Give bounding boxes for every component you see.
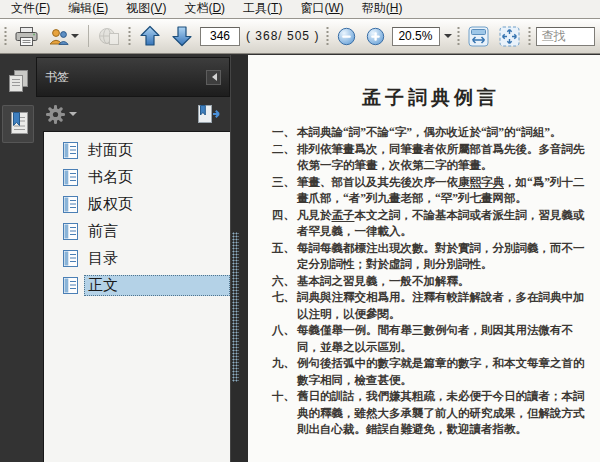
bookmark-page-icon bbox=[63, 250, 78, 267]
menu-item[interactable]: 工具(T) bbox=[234, 0, 291, 20]
bookmark-icon bbox=[7, 111, 30, 137]
item-text: 例句後括弧中的數字就是篇章的數字，和本文每章之首的數字相同，檢查甚便。 bbox=[297, 355, 590, 388]
chevron-down-icon bbox=[71, 34, 79, 42]
main-area: 书签 bbox=[0, 55, 600, 462]
zoom-level-field[interactable] bbox=[392, 27, 440, 46]
item-text: 詞典與注釋交相爲用。注釋有較詳解說者，多在詞典中加以注明，以便參閱。 bbox=[297, 289, 590, 322]
document-page: 孟子詞典例言 一、 本詞典論“詞”不論“字”，偶亦收近於“詞”的“詞組”。 二、… bbox=[248, 55, 600, 462]
bookmark-page-icon bbox=[63, 196, 78, 213]
zoom-in-button[interactable] bbox=[363, 23, 388, 50]
page-number-field[interactable] bbox=[200, 27, 240, 46]
document-body: 一、 本詞典論“詞”不論“字”，偶亦收近於“詞”的“詞組”。 二、 排列依筆畫爲… bbox=[272, 124, 590, 438]
menu-item[interactable]: 文档(D) bbox=[175, 0, 234, 20]
page-number-input[interactable] bbox=[201, 28, 239, 45]
find-field[interactable] bbox=[536, 27, 595, 46]
item-number: 四、 bbox=[272, 207, 297, 240]
bookmarks-panel-button[interactable] bbox=[2, 105, 34, 143]
pages-panel-button[interactable] bbox=[2, 62, 34, 100]
item-text: 舊日的訓詁，我們嫌其粗疏，未必便于今日的讀者；本詞典的釋義，雖然大多承襲了前人的… bbox=[297, 388, 590, 438]
chevron-down-icon bbox=[69, 112, 77, 120]
plus-circle-icon bbox=[366, 27, 385, 46]
toolbar-grip[interactable] bbox=[527, 25, 532, 47]
panel-title: 书签 bbox=[45, 69, 69, 86]
document-scrollbar-thumb[interactable] bbox=[232, 232, 239, 382]
zoom-dropdown-caret-icon[interactable] bbox=[444, 34, 452, 42]
collapse-arrow-icon bbox=[208, 73, 217, 81]
bookmark-list: 封面页 书名页 bbox=[43, 131, 230, 462]
item-text: 基本詞之習見義，一般不加解釋。 bbox=[297, 273, 590, 290]
share-document-button bbox=[95, 23, 123, 50]
pdf-reader-window: 文件(F)编辑(E)视图(V)文档(D)工具(T)窗口(W)帮助(H) bbox=[0, 0, 600, 462]
document-list-item: 三、 筆畫、部首以及其先後次序一依康熙字典，如“爲”列十二畫爪部，“者”列九畫老… bbox=[272, 174, 590, 207]
item-number: 八、 bbox=[272, 322, 297, 355]
bookmark-item[interactable]: 书名页 bbox=[44, 164, 230, 191]
printer-icon bbox=[15, 27, 38, 46]
bookmark-label: 目录 bbox=[84, 248, 122, 269]
bookmark-page-icon bbox=[63, 223, 78, 240]
fit-width-button[interactable] bbox=[465, 23, 492, 50]
menu-item[interactable]: 视图(V) bbox=[117, 0, 175, 20]
toolbar-separator bbox=[88, 25, 89, 47]
sidebar: 书签 bbox=[0, 55, 230, 462]
toolbar-grip[interactable] bbox=[127, 25, 132, 47]
menu-item[interactable]: 窗口(W) bbox=[291, 0, 352, 20]
item-text: 筆畫、部首以及其先後次序一依康熙字典，如“爲”列十二畫爪部，“者”列九畫老部，“… bbox=[297, 174, 590, 207]
menu-bar: 文件(F)编辑(E)视图(V)文档(D)工具(T)窗口(W)帮助(H) bbox=[0, 0, 600, 19]
contacts-button[interactable] bbox=[45, 23, 82, 50]
item-number: 六、 bbox=[272, 273, 297, 290]
bookmark-item[interactable]: 前言 bbox=[44, 218, 230, 245]
bookmark-item[interactable]: 封面页 bbox=[44, 137, 230, 164]
item-text: 凡見於孟子本文之詞，不論基本詞或者派生詞，習見義或者罕見義，一律載入。 bbox=[297, 207, 590, 240]
document-list-item: 一、 本詞典論“詞”不論“字”，偶亦收近於“詞”的“詞組”。 bbox=[272, 124, 590, 141]
zoom-level-input[interactable] bbox=[393, 28, 439, 45]
document-list-item: 十、 舊日的訓詁，我們嫌其粗疏，未必便于今日的讀者；本詞典的釋義，雖然大多承襲了… bbox=[272, 388, 590, 438]
gear-icon bbox=[45, 104, 66, 125]
menu-item[interactable]: 编辑(E) bbox=[59, 0, 117, 20]
menu-item[interactable]: 帮助(H) bbox=[353, 0, 412, 20]
pages-icon bbox=[7, 69, 30, 93]
item-number: 二、 bbox=[272, 141, 297, 174]
bookmarks-panel-header: 书签 bbox=[36, 57, 230, 97]
arrow-down-icon bbox=[171, 25, 193, 47]
sidebar-icon-strip bbox=[0, 55, 36, 462]
document-list-item: 九、 例句後括弧中的數字就是篇章的數字，和本文每章之首的數字相同，檢查甚便。 bbox=[272, 355, 590, 388]
zoom-out-button[interactable] bbox=[334, 23, 359, 50]
page-count-label: ( 368/ 505 ) bbox=[244, 29, 321, 43]
collapse-panel-button[interactable] bbox=[206, 70, 221, 85]
item-number: 五、 bbox=[272, 240, 297, 273]
bookmark-item[interactable]: 目录 bbox=[44, 245, 230, 272]
bookmark-page-icon bbox=[63, 142, 78, 159]
document-list-item: 四、 凡見於孟子本文之詞，不論基本詞或者派生詞，習見義或者罕見義，一律載入。 bbox=[272, 207, 590, 240]
toolbar-grip[interactable] bbox=[3, 25, 8, 47]
arrow-up-icon bbox=[139, 25, 161, 47]
bookmark-label: 前言 bbox=[84, 221, 122, 242]
options-button[interactable] bbox=[45, 104, 77, 125]
item-text: 每義僅舉一例。間有舉三數例句者，則因其用法微有不同，並舉之以示區別。 bbox=[297, 322, 590, 355]
go-to-bookmark-button[interactable] bbox=[196, 104, 222, 124]
bookmark-item[interactable]: 版权页 bbox=[44, 191, 230, 218]
bookmark-item[interactable]: 正文 bbox=[44, 272, 230, 299]
bookmark-label: 正文 bbox=[84, 275, 230, 296]
find-input[interactable] bbox=[537, 28, 594, 45]
document-list-item: 六、 基本詞之習見義，一般不加解釋。 bbox=[272, 273, 590, 290]
print-button[interactable] bbox=[12, 23, 41, 50]
fit-page-button[interactable] bbox=[496, 23, 523, 50]
bookmarks-toolbar bbox=[36, 97, 230, 131]
toolbar-grip[interactable] bbox=[456, 25, 461, 47]
item-text: 本詞典論“詞”不論“字”，偶亦收近於“詞”的“詞組”。 bbox=[297, 124, 590, 141]
toolbar: ( 368/ 505 ) bbox=[0, 19, 600, 54]
previous-page-button[interactable] bbox=[136, 23, 164, 50]
toolbar-grip[interactable] bbox=[325, 25, 330, 47]
item-text: 每詞每義都標注出現次數。對於實詞，分別詞義，而不一定分別詞性；對於虛詞，則分別詞… bbox=[297, 240, 590, 273]
item-number: 十、 bbox=[272, 388, 297, 438]
bookmark-label: 封面页 bbox=[84, 140, 137, 161]
bookmark-arrow-icon bbox=[196, 104, 222, 124]
menu-item[interactable]: 文件(F) bbox=[2, 0, 59, 20]
next-page-button[interactable] bbox=[168, 23, 196, 50]
minus-circle-icon bbox=[337, 27, 356, 46]
item-number: 七、 bbox=[272, 289, 297, 322]
document-list-item: 八、 每義僅舉一例。間有舉三數例句者，則因其用法微有不同，並舉之以示區別。 bbox=[272, 322, 590, 355]
bookmarks-panel: 书签 bbox=[36, 55, 230, 462]
bookmark-page-icon bbox=[63, 169, 78, 186]
sidebar-splitter[interactable] bbox=[230, 55, 248, 462]
